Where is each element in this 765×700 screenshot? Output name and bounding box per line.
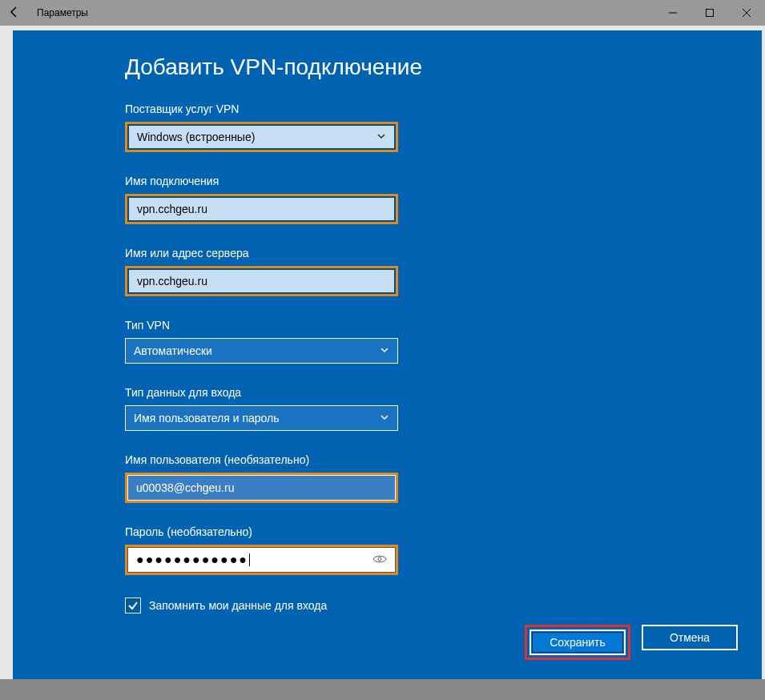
provider-value: Windows (встроенные) — [137, 131, 255, 143]
server-input[interactable]: vpn.cchgeu.ru — [127, 268, 396, 294]
connection-name-input[interactable]: vpn.cchgeu.ru — [127, 196, 396, 222]
text-cursor — [249, 553, 250, 566]
highlight-password: ●●●●●●●●●●●● — [125, 545, 398, 575]
signin-type-value: Имя пользователя и пароль — [134, 412, 280, 424]
highlight-username: u00038@cchgeu.ru — [125, 473, 398, 503]
chevron-down-icon — [380, 344, 389, 357]
chevron-down-icon — [380, 412, 389, 424]
remember-checkbox[interactable] — [125, 597, 141, 614]
window-controls — [654, 0, 765, 26]
username-label: Имя пользователя (необязательно) — [125, 453, 762, 466]
password-value: ●●●●●●●●●●●● — [136, 553, 248, 567]
back-button[interactable] — [8, 6, 21, 21]
cancel-button-label: Отмена — [670, 631, 710, 644]
vpn-type-select[interactable]: Автоматически — [125, 338, 398, 364]
svg-point-4 — [378, 557, 381, 561]
window-title: Параметры — [37, 7, 88, 18]
close-button[interactable] — [728, 0, 765, 26]
titlebar: Параметры — [0, 0, 765, 26]
vpn-type-value: Автоматически — [134, 344, 212, 357]
signin-type-select[interactable]: Имя пользователя и пароль — [125, 405, 398, 431]
chevron-down-icon — [376, 131, 386, 143]
save-button[interactable]: Сохранить — [529, 630, 626, 655]
vpn-dialog: Добавить VPN-подключение Поставщик услуг… — [13, 30, 762, 679]
reveal-password-icon[interactable] — [372, 553, 387, 566]
username-value: u00038@cchgeu.ru — [136, 481, 234, 494]
signin-type-label: Тип данных для входа — [125, 386, 762, 399]
highlight-connection-name: vpn.cchgeu.ru — [125, 194, 398, 224]
connection-name-value: vpn.cchgeu.ru — [137, 203, 207, 215]
remember-label: Запомнить мои данные для входа — [149, 599, 327, 612]
vpn-type-label: Тип VPN — [125, 319, 762, 332]
dialog-buttons: Сохранить Отмена — [525, 625, 738, 660]
connection-name-label: Имя подключения — [125, 175, 762, 187]
dialog-title: Добавить VPN-подключение — [125, 54, 762, 80]
svg-rect-1 — [707, 10, 714, 17]
minimize-button[interactable] — [654, 0, 691, 26]
provider-select[interactable]: Windows (встроенные) — [127, 124, 396, 150]
server-label: Имя или адрес сервера — [125, 247, 762, 259]
highlight-save: Сохранить — [525, 625, 630, 660]
provider-label: Поставщик услуг VPN — [125, 103, 762, 115]
highlight-server: vpn.cchgeu.ru — [125, 266, 398, 296]
username-input[interactable]: u00038@cchgeu.ru — [127, 475, 396, 501]
maximize-button[interactable] — [691, 0, 728, 26]
remember-row: Запомнить мои данные для входа — [125, 597, 762, 614]
cancel-button[interactable]: Отмена — [642, 625, 738, 650]
save-button-label: Сохранить — [550, 636, 606, 649]
highlight-provider: Windows (встроенные) — [125, 122, 398, 152]
server-value: vpn.cchgeu.ru — [137, 275, 207, 288]
password-input[interactable]: ●●●●●●●●●●●● — [127, 547, 396, 573]
bottom-bar — [0, 679, 765, 700]
password-label: Пароль (необязательно) — [125, 525, 762, 538]
